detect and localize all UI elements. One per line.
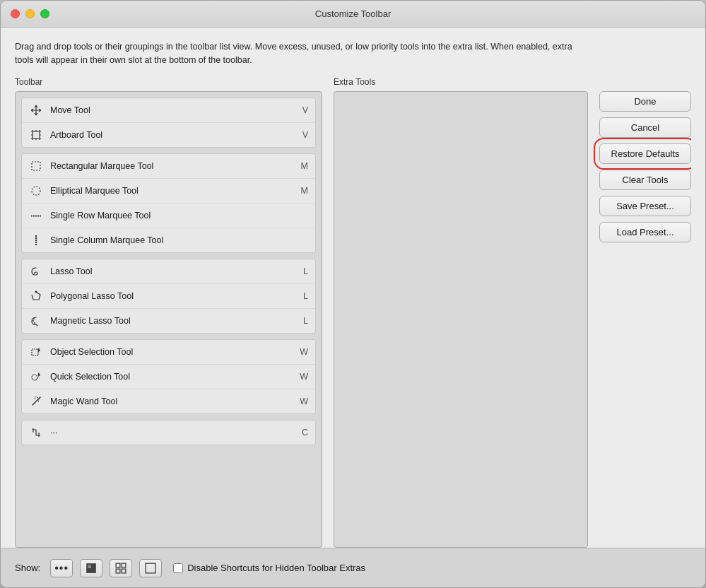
list-item[interactable]: Elliptical Marquee Tool M <box>22 179 315 204</box>
tool-shortcut: L <box>303 266 308 276</box>
tool-name: Single Row Marquee Tool <box>50 211 308 220</box>
tool-shortcut: V <box>302 105 308 115</box>
list-item[interactable]: Move Tool V <box>22 98 315 123</box>
list-item[interactable]: Rectangular Marquee Tool M <box>22 154 315 179</box>
load-preset-button[interactable]: Load Preset... <box>599 222 691 242</box>
main-area: Toolbar Move Tool <box>15 77 691 548</box>
tool-shortcut: M <box>301 161 308 171</box>
close-button[interactable] <box>11 9 20 18</box>
poly-lasso-icon <box>29 289 43 303</box>
svg-rect-40 <box>122 569 126 573</box>
tool-group-4: Object Selection Tool W <box>21 339 316 414</box>
list-item[interactable]: ··· C <box>22 421 315 445</box>
col-marquee-icon <box>29 233 43 247</box>
cancel-button[interactable]: Cancel <box>599 117 691 138</box>
tool-shortcut: M <box>301 186 308 196</box>
svg-point-14 <box>32 187 40 195</box>
toolbar-label: Toolbar <box>15 77 322 87</box>
svg-point-23 <box>34 322 35 324</box>
restore-defaults-button[interactable]: Restore Defaults <box>599 143 691 164</box>
ellipse-marquee-icon <box>29 184 43 198</box>
right-section: Extra Tools Done Cancel Restore Defaults… <box>334 77 691 548</box>
svg-point-25 <box>32 375 37 380</box>
tool-name: Lasso Tool <box>50 266 303 276</box>
disable-shortcuts-label: Disable Shortcuts for Hidden Toolbar Ext… <box>187 563 365 573</box>
rect-marquee-icon <box>29 159 43 173</box>
artboard-icon <box>29 128 43 142</box>
buttons-section: Done Cancel Restore Defaults Clear Tools… <box>599 77 691 548</box>
svg-line-26 <box>33 400 37 405</box>
crop-icon <box>29 425 43 440</box>
list-item[interactable]: Quick Selection Tool W <box>22 365 315 389</box>
toolbar-scroll-area[interactable]: Move Tool V <box>16 92 322 548</box>
list-item[interactable]: Single Row Marquee Tool <box>22 204 315 228</box>
tool-group-3: Lasso Tool L Polygonal L <box>21 259 316 334</box>
tool-shortcut: W <box>300 347 308 357</box>
svg-rect-13 <box>32 162 40 170</box>
svg-point-21 <box>33 318 35 319</box>
list-item[interactable]: Magic Wand Tool W <box>22 389 315 413</box>
show-icon-button-3[interactable] <box>139 559 162 577</box>
disable-shortcuts-area: Disable Shortcuts for Hidden Toolbar Ext… <box>173 563 365 573</box>
tool-name: Object Selection Tool <box>50 347 300 357</box>
show-more-button[interactable]: ••• <box>50 559 73 577</box>
traffic-lights <box>11 9 49 18</box>
tool-group-5: ··· C <box>21 420 316 445</box>
move-icon <box>29 103 43 117</box>
bottom-bar: Show: ••• Disable Shortcuts for Hidden T… <box>1 548 705 587</box>
svg-rect-39 <box>116 569 120 573</box>
list-item[interactable]: Polygonal Lasso Tool L <box>22 284 315 309</box>
show-label: Show: <box>15 563 40 573</box>
quick-sel-icon <box>29 370 43 384</box>
clear-tools-button[interactable]: Clear Tools <box>599 170 691 190</box>
svg-rect-36 <box>88 565 92 568</box>
show-icon-button-1[interactable] <box>80 559 102 577</box>
titlebar: Customize Toolbar <box>1 1 705 28</box>
magic-wand-icon <box>29 394 43 408</box>
svg-line-32 <box>35 398 35 399</box>
svg-rect-0 <box>33 131 40 139</box>
tool-name: Polygonal Lasso Tool <box>50 291 303 301</box>
row-marquee-icon <box>29 208 43 223</box>
show-icon-button-2[interactable] <box>110 559 132 577</box>
tool-shortcut: L <box>303 291 308 301</box>
svg-rect-24 <box>32 349 38 355</box>
svg-rect-38 <box>122 563 126 568</box>
minimize-button[interactable] <box>25 9 35 18</box>
tool-shortcut: L <box>303 316 308 326</box>
list-item[interactable]: Magnetic Lasso Tool L <box>22 309 315 333</box>
list-item[interactable]: Single Column Marquee Tool <box>22 228 315 252</box>
svg-rect-37 <box>116 563 120 568</box>
tool-name: Elliptical Marquee Tool <box>50 186 301 196</box>
svg-line-30 <box>39 399 40 399</box>
tool-group-1: Move Tool V <box>21 98 316 148</box>
lasso-icon <box>29 264 43 278</box>
tool-shortcut: C <box>302 428 308 437</box>
svg-point-22 <box>33 320 34 322</box>
main-content: Drag and drop tools or their groupings i… <box>1 28 705 548</box>
maximize-button[interactable] <box>40 9 49 18</box>
tool-name: Artboard Tool <box>50 130 302 140</box>
tool-shortcut: V <box>302 130 308 140</box>
disable-shortcuts-checkbox[interactable] <box>173 563 183 573</box>
mag-lasso-icon <box>29 314 43 328</box>
done-button[interactable]: Done <box>599 91 691 112</box>
window-title: Customize Toolbar <box>315 8 391 19</box>
svg-line-20 <box>36 324 37 326</box>
list-item[interactable]: Artboard Tool V <box>22 123 315 147</box>
svg-point-19 <box>35 291 37 293</box>
list-item[interactable]: Object Selection Tool W <box>22 340 315 365</box>
tool-name: Magnetic Lasso Tool <box>50 316 303 326</box>
tool-name: Move Tool <box>50 105 302 115</box>
tool-shortcut: W <box>300 372 308 382</box>
extra-tools-panel[interactable] <box>334 91 588 548</box>
toolbar-panel: Move Tool V <box>15 91 322 548</box>
toolbar-section: Toolbar Move Tool <box>15 77 322 548</box>
tool-name: Single Column Marquee Tool <box>50 235 308 245</box>
extra-tools-label: Extra Tools <box>334 77 588 87</box>
list-item[interactable]: Lasso Tool L <box>22 259 315 284</box>
magic-wand-tool-label: Magic Wand Tool <box>50 396 300 406</box>
object-sel-icon <box>29 345 43 359</box>
save-preset-button[interactable]: Save Preset... <box>599 196 691 216</box>
tool-name: Quick Selection Tool <box>50 372 300 382</box>
